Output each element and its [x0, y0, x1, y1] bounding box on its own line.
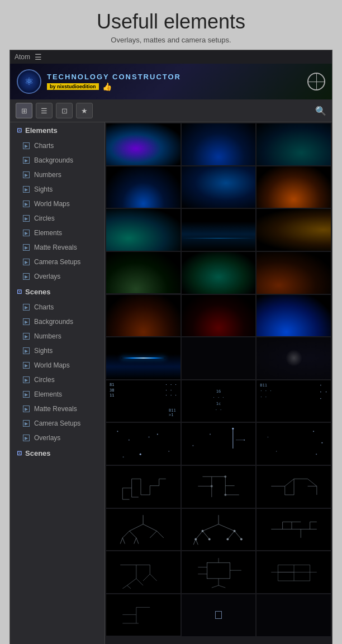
svg-point-9 — [232, 428, 234, 430]
target-icon — [307, 73, 325, 90]
sidebar-item-sights[interactable]: ▶ Sights — [10, 182, 104, 197]
grid-item-complex1[interactable] — [106, 551, 180, 593]
grid-item-particles3[interactable] — [256, 423, 331, 465]
sidebar-scene-overlays[interactable]: ▶ Overlays — [10, 431, 104, 445]
scene-numbers-label: Numbers — [34, 332, 61, 340]
grid-item[interactable] — [182, 295, 256, 337]
grid-item-partial1[interactable] — [106, 594, 180, 636]
toolbar-btn-star[interactable]: ★ — [76, 103, 93, 118]
search-button[interactable]: 🔍 — [315, 106, 326, 116]
sidebar-scene-worldmaps[interactable]: ▶ World Maps — [10, 358, 104, 373]
toolbar-btn-grid[interactable]: ⊞ — [16, 103, 32, 118]
sidebar-item-backgrounds[interactable]: ▶ Backgrounds — [10, 153, 104, 168]
svg-point-0 — [117, 431, 118, 432]
svg-point-6 — [123, 457, 124, 458]
sidebar-scene-elements[interactable]: ▶ Elements — [10, 387, 104, 402]
grid-item-hud3[interactable]: B11· · ·· · ·· ·· — [256, 380, 331, 422]
grid-item[interactable] — [106, 295, 180, 337]
grid-item[interactable] — [182, 123, 256, 165]
overlays-item-icon: ▶ — [23, 273, 30, 280]
svg-line-87 — [136, 579, 143, 585]
grid-item-complex2[interactable] — [182, 551, 256, 593]
sidebar-item-camera-setups[interactable]: ▶ Camera Setups — [10, 255, 104, 269]
grid-item-hud2[interactable]: 16· · ·1c· · — [182, 380, 256, 422]
atom-label: Atom — [15, 53, 30, 61]
svg-line-86 — [127, 579, 136, 585]
sidebar-item-matte-reveals[interactable]: ▶ Matte Reveals — [10, 240, 104, 255]
scenes-section-header-2[interactable]: ⊡ Scenes — [10, 445, 104, 461]
grid-item-tiny-rect[interactable] — [182, 594, 256, 636]
hamburger-icon[interactable]: ☰ — [35, 53, 42, 61]
sidebar-item-numbers[interactable]: ▶ Numbers — [10, 168, 104, 182]
sidebar-scene-charts[interactable]: ▶ Charts — [10, 300, 104, 314]
toolbar-btn-detail[interactable]: ⊡ — [56, 103, 73, 118]
grid-item-lines1[interactable] — [256, 509, 331, 551]
grid-item[interactable] — [256, 337, 331, 379]
grid-item-complex3[interactable] — [256, 551, 331, 593]
grid-item-empty[interactable] — [256, 594, 331, 636]
grid-item[interactable] — [106, 166, 180, 208]
scenes-section-label-2: Scenes — [25, 449, 51, 457]
grid-item[interactable] — [106, 123, 180, 165]
grid-item[interactable] — [256, 295, 331, 337]
matte-label: Matte Reveals — [34, 244, 77, 251]
scene-charts-label: Charts — [34, 303, 54, 311]
sidebar-scene-numbers[interactable]: ▶ Numbers — [10, 329, 104, 344]
grid-item[interactable] — [106, 252, 180, 294]
grid-item[interactable] — [182, 252, 256, 294]
sidebar-scene-backgrounds[interactable]: ▶ Backgrounds — [10, 314, 104, 329]
grid-item-hud1[interactable]: 813811 · · ·· ·· · · B11>1 — [106, 380, 180, 422]
grid-section-backgrounds: 813811 · · ·· ·· · · B11>1 16· · ·1c· · … — [105, 122, 332, 637]
sidebar-scene-camera[interactable]: ▶ Camera Setups — [10, 416, 104, 431]
sidebar-scene-matte[interactable]: ▶ Matte Reveals — [10, 402, 104, 416]
scenes-section-header[interactable]: ⊡ Scenes — [10, 284, 104, 300]
grid-item-circuit1[interactable] — [106, 466, 180, 508]
sidebar-item-charts[interactable]: ▶ Charts — [10, 139, 104, 153]
svg-line-57 — [157, 531, 164, 538]
sidebar-item-overlays[interactable]: ▶ Overlays — [10, 269, 104, 284]
sidebar-scene-circles[interactable]: ▶ Circles — [10, 373, 104, 387]
logo-by: by nixstudioedition 👍 — [47, 82, 181, 91]
worldmaps-label: World Maps — [34, 200, 70, 208]
sidebar-item-worldmaps[interactable]: ▶ World Maps — [10, 197, 104, 211]
sidebar-item-elements[interactable]: ▶ Elements — [10, 226, 104, 240]
scene-worldmaps-label: World Maps — [34, 361, 70, 369]
grid-item[interactable] — [182, 209, 256, 251]
scene-charts-icon: ▶ — [23, 304, 30, 311]
blue-line-element — [121, 357, 166, 359]
grid-item-circuit2[interactable] — [182, 466, 256, 508]
grid-item[interactable] — [182, 166, 256, 208]
toolbar-btn-list[interactable]: ☰ — [36, 103, 53, 118]
scene-matte-icon: ▶ — [23, 406, 30, 412]
svg-line-61 — [136, 538, 139, 544]
grid-item[interactable] — [106, 209, 180, 251]
grid-item[interactable] — [256, 123, 331, 165]
svg-point-11 — [192, 445, 193, 446]
top-bar: Atom ☰ — [10, 50, 332, 64]
grid-item-particles2[interactable] — [182, 423, 256, 465]
grid-item[interactable] — [256, 166, 331, 208]
grid-item-tree2[interactable] — [182, 509, 256, 551]
logo-text: TECHNOLOGY CONSTRUCTOR by nixstudioediti… — [47, 73, 181, 91]
svg-point-39 — [225, 494, 226, 496]
scenes-section-label: Scenes — [25, 288, 51, 296]
grid-item-particles1[interactable] — [106, 423, 180, 465]
svg-point-75 — [227, 538, 229, 540]
sidebar-item-circles[interactable]: ▶ Circles — [10, 211, 104, 226]
grid-item[interactable] — [256, 209, 331, 251]
sights-item-icon: ▶ — [23, 186, 30, 193]
scene-camera-label: Camera Setups — [34, 419, 80, 427]
svg-line-66 — [202, 531, 209, 540]
svg-point-72 — [234, 530, 235, 532]
toolbar: ⊞ ☰ ⊡ ★ 🔍 — [10, 99, 332, 122]
elements-section-header[interactable]: ⊡ Elements — [10, 122, 104, 139]
grid-item-tree1[interactable] — [106, 509, 180, 551]
svg-point-4 — [140, 454, 141, 455]
sidebar-scene-sights[interactable]: ▶ Sights — [10, 344, 104, 358]
grid-item[interactable] — [256, 252, 331, 294]
grid-item[interactable] — [182, 337, 256, 379]
grid-item-circuit3[interactable] — [256, 466, 331, 508]
header-title: TECHNOLOGY CONSTRUCTOR — [47, 73, 181, 81]
grid-item[interactable] — [106, 337, 180, 379]
svg-point-13 — [313, 431, 314, 432]
